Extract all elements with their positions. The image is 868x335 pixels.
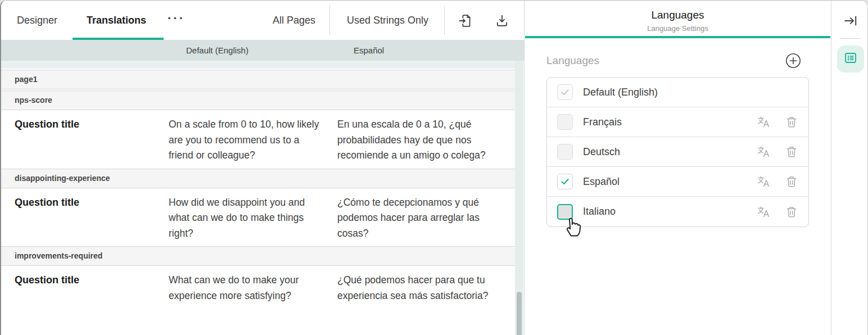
translation-text-cell[interactable]: En una escala de 0 a 10, ¿qué probabilid… (337, 117, 516, 164)
trash-icon[interactable] (785, 145, 798, 159)
translation-text-cell[interactable]: ¿Qué podemos hacer para que tu experienc… (337, 273, 516, 304)
row-actions (757, 205, 798, 219)
default-text-cell[interactable]: What can we do to make your experience m… (169, 273, 337, 304)
language-label: Français (583, 116, 757, 128)
translation-text-cell[interactable]: ¿Cómo te decepcionamos y qué podemos hac… (337, 195, 516, 242)
row-label: Question title (1, 195, 169, 242)
translation-table-header: Default (English) Español (1, 40, 524, 61)
language-label: Español (583, 176, 757, 188)
column-header-translation: Español (354, 40, 384, 61)
more-tabs-icon[interactable]: ··· (168, 1, 185, 40)
question-group-row[interactable]: disappointing-experience (1, 169, 516, 188)
table-scrollbar[interactable] (515, 61, 524, 335)
translate-icon[interactable] (757, 175, 770, 188)
row-actions (757, 115, 798, 129)
settings-tool-strip (831, 1, 868, 335)
trash-icon[interactable] (785, 175, 798, 188)
checkbox-italiano[interactable] (557, 204, 573, 220)
language-label: Deutsch (583, 146, 757, 158)
tab-translations[interactable]: Translations (87, 1, 146, 40)
languages-section-header: Languages (546, 53, 809, 69)
translate-icon[interactable] (757, 145, 770, 159)
language-list: Default (English) Français (546, 77, 809, 227)
collapse-panel-arrow-icon[interactable] (843, 13, 858, 28)
app-window: Designer Translations ··· All Pages Used… (0, 0, 868, 335)
toolbar-divider (329, 6, 330, 35)
default-text-cell[interactable]: On a scale from 0 to 10, how likely are … (169, 117, 337, 164)
tab-designer[interactable]: Designer (17, 1, 57, 40)
trash-icon[interactable] (785, 205, 798, 219)
toolbar-divider (444, 6, 445, 35)
row-label: Question title (1, 273, 169, 304)
language-settings-panel: Languages Language Settings Languages (525, 1, 830, 335)
import-document-icon[interactable] (458, 13, 473, 29)
language-row-default: Default (English) (547, 78, 808, 107)
table-top-strip (1, 61, 516, 69)
translation-row: Question title On a scale from 0 to 10, … (1, 111, 516, 169)
language-row-italiano: Italiano (547, 197, 808, 227)
tab-bar: Designer Translations ··· All Pages Used… (1, 1, 524, 40)
row-actions (757, 175, 798, 188)
translation-row: Question title What can we do to make yo… (1, 267, 516, 309)
checkbox-francais[interactable] (557, 114, 573, 130)
language-row-deutsch: Deutsch (547, 137, 808, 167)
translation-row: Question title How did we disappoint you… (1, 189, 516, 247)
translate-icon[interactable] (757, 115, 770, 129)
language-row-francais: Français (547, 107, 808, 137)
language-list-tool-button[interactable] (837, 46, 864, 73)
translate-icon[interactable] (757, 205, 770, 219)
checkbox-default-english (557, 84, 573, 100)
language-row-espanol: Español (547, 167, 808, 197)
language-label: Default (English) (583, 87, 798, 98)
scrollbar-thumb[interactable] (517, 292, 522, 335)
all-pages-dropdown[interactable]: All Pages (273, 1, 315, 40)
page-group-row[interactable]: page1 (1, 70, 516, 89)
column-header-default: Default (English) (186, 40, 248, 61)
row-label: Question title (1, 117, 169, 164)
question-group-row[interactable]: improvements-required (1, 246, 516, 266)
language-list-icon (843, 51, 858, 67)
translation-table-body: page1 nps-score Question title On a scal… (1, 61, 525, 309)
tool-strip-divider (840, 38, 861, 39)
panel-content: Languages Default (English) (525, 38, 830, 227)
panel-header: Languages Language Settings (525, 1, 830, 38)
download-icon[interactable] (494, 13, 510, 29)
used-strings-only-button[interactable]: Used Strings Only (347, 1, 428, 40)
row-actions (757, 145, 798, 159)
panel-title: Languages (525, 9, 830, 21)
language-label: Italiano (583, 206, 757, 218)
question-group-row[interactable]: nps-score (1, 90, 516, 110)
checkbox-espanol[interactable] (557, 174, 573, 189)
languages-section-title: Languages (546, 55, 599, 67)
translations-main-area: Designer Translations ··· All Pages Used… (1, 1, 525, 335)
panel-subtitle: Language Settings (525, 24, 830, 33)
checkbox-deutsch[interactable] (557, 144, 573, 160)
default-text-cell[interactable]: How did we disappoint you and what can w… (169, 195, 337, 242)
trash-icon[interactable] (785, 115, 798, 129)
plus-circle-icon[interactable] (785, 53, 801, 69)
